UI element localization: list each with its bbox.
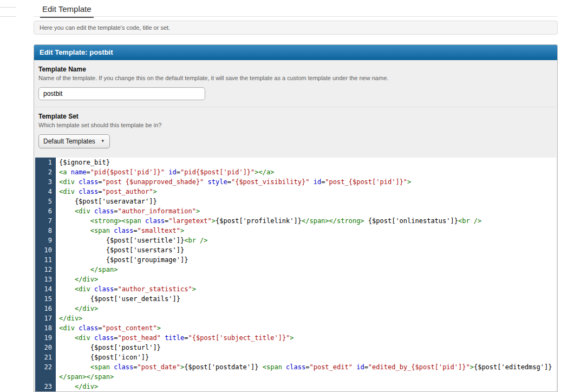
sidebar-divider xyxy=(0,16,16,17)
sidebar-divider xyxy=(0,7,16,8)
code-text: {$post['usertitle']}<br /> xyxy=(56,236,556,245)
code-line: 4<div class="post_author"> xyxy=(35,187,556,197)
line-number: 23 xyxy=(35,382,56,391)
code-line: 19 <div class="post_head" title="{$post[… xyxy=(35,333,556,343)
code-line: 11 {$post['groupimage']} xyxy=(35,255,556,265)
line-number: 22 xyxy=(35,362,56,372)
tab-edit-template[interactable]: Edit Template xyxy=(40,1,94,18)
code-text: {$ignore_bit} xyxy=(56,158,556,167)
line-number: 13 xyxy=(35,275,56,284)
line-number: 8 xyxy=(35,226,56,236)
code-text: <div class="post_author"> xyxy=(56,187,556,197)
code-line: 14 <div class="author_statistics"> xyxy=(35,284,556,294)
line-number: 16 xyxy=(35,304,56,313)
line-number: 12 xyxy=(35,265,56,275)
code-text: {$post['useravatar']} xyxy=(56,197,556,206)
template-set-select[interactable]: Default Templates ▼ xyxy=(38,134,110,148)
code-text: <div class="post_content"> xyxy=(56,323,556,333)
template-set-description: Which template set should this template … xyxy=(38,122,553,129)
code-line: 8 <span class="smalltext"> xyxy=(35,226,556,236)
line-number: 19 xyxy=(35,333,56,343)
code-text: </div> xyxy=(56,382,556,391)
template-set-label: Template Set xyxy=(38,113,553,120)
template-set-row: Template Set Which template set should t… xyxy=(34,107,557,155)
line-number: 6 xyxy=(35,206,56,216)
code-line: 23 </div> xyxy=(35,382,556,391)
code-line: 12 </span> xyxy=(35,265,556,275)
code-text: </span></span> xyxy=(56,372,556,382)
code-line: 18<div class="post_content"> xyxy=(35,323,556,333)
line-number: 5 xyxy=(35,197,56,206)
code-editor[interactable]: 1{$ignore_bit}2<a name="pid{$post['pid']… xyxy=(35,158,556,391)
code-text: </span> xyxy=(56,265,556,275)
template-name-label: Template Name xyxy=(38,66,553,73)
code-text: <div class="post_head" title="{$post['su… xyxy=(56,333,556,343)
line-number: 10 xyxy=(35,245,56,255)
line-number: 7 xyxy=(35,216,56,226)
code-line: 3<div class="post {$unapproved_shade}" s… xyxy=(35,177,556,187)
code-text: </div> xyxy=(56,313,556,323)
code-line: 15 {$post['user_details']} xyxy=(35,294,556,304)
code-line: 6 <div class="author_information"> xyxy=(35,206,556,216)
code-line: 17</div> xyxy=(35,313,556,323)
line-number: 4 xyxy=(35,187,56,197)
panel-title: Edit Template: postbit xyxy=(34,45,557,60)
code-line: 5 {$post['useravatar']} xyxy=(35,197,556,206)
template-name-input[interactable] xyxy=(38,87,205,100)
code-text: {$post['posturl']} xyxy=(56,343,556,352)
template-name-row: Template Name Name of the template. If y… xyxy=(34,60,557,107)
template-name-description: Name of the template. If you change this… xyxy=(38,75,553,82)
code-text: <span class="smalltext"> xyxy=(56,226,556,236)
code-line: 20 {$post['posturl']} xyxy=(35,343,556,352)
code-text: {$post['groupimage']} xyxy=(56,255,556,265)
code-text: <div class="author_statistics"> xyxy=(56,284,556,294)
code-text: {$post['userstars']} xyxy=(56,245,556,255)
edit-template-panel: Edit Template: postbit Template Name Nam… xyxy=(34,44,558,392)
code-text: <div class="author_information"> xyxy=(56,206,556,216)
line-number: 11 xyxy=(35,255,56,265)
line-number xyxy=(35,372,56,382)
line-number: 21 xyxy=(35,352,56,362)
tab-bar: Edit Template xyxy=(34,0,558,17)
line-number: 9 xyxy=(35,236,56,245)
code-line: 2<a name="pid{$post['pid']}" id="pid{$po… xyxy=(35,167,556,177)
code-text: <strong><span class="largetext">{$post['… xyxy=(56,216,556,226)
template-set-selected-value: Default Templates xyxy=(43,138,95,145)
code-text: </div> xyxy=(56,275,556,284)
main-content: Edit Template Here you can edit the temp… xyxy=(34,0,558,392)
code-line: 9 {$post['usertitle']}<br /> xyxy=(35,236,556,245)
code-line: 13 </div> xyxy=(35,275,556,284)
code-line: 1{$ignore_bit} xyxy=(35,158,556,167)
line-number: 3 xyxy=(35,177,56,187)
code-line: 7 <strong><span class="largetext">{$post… xyxy=(35,216,556,226)
code-text: <span class="post_date">{$post['postdate… xyxy=(56,362,556,372)
code-text: <a name="pid{$post['pid']}" id="pid{$pos… xyxy=(56,167,556,177)
line-number: 15 xyxy=(35,294,56,304)
line-number: 1 xyxy=(35,158,56,167)
code-text: {$post['icon']} xyxy=(56,352,556,362)
line-number: 18 xyxy=(35,323,56,333)
code-line: </span></span> xyxy=(35,372,556,382)
code-line: 16 </div> xyxy=(35,304,556,313)
code-line: 22 <span class="post_date">{$post['postd… xyxy=(35,362,556,372)
intro-text: Here you can edit the template's code, t… xyxy=(34,21,558,35)
code-line: 21 {$post['icon']} xyxy=(35,352,556,362)
line-number: 20 xyxy=(35,343,56,352)
line-number: 14 xyxy=(35,284,56,294)
code-text: {$post['user_details']} xyxy=(56,294,556,304)
line-number: 17 xyxy=(35,313,56,323)
line-number: 2 xyxy=(35,167,56,177)
code-line: 10 {$post['userstars']} xyxy=(35,245,556,255)
code-text: <div class="post {$unapproved_shade}" st… xyxy=(56,177,556,187)
code-text: </div> xyxy=(56,304,556,313)
chevron-down-icon: ▼ xyxy=(101,139,105,143)
